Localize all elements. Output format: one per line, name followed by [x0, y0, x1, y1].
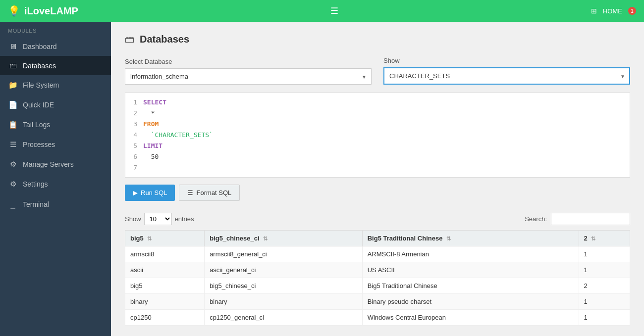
table-header-row: big5 ⇅ big5_chinese_ci ⇅ Big5 Traditiona…: [125, 231, 630, 246]
brand-text: iLoveLAMP: [24, 5, 78, 17]
page-title: Databases: [140, 34, 189, 45]
main-content: 🗃 Databases Select Database information_…: [111, 22, 644, 336]
app-header: 💡 iLoveLAMP ☰ ⊞ HOME 1: [0, 0, 644, 22]
search-label: Search:: [525, 215, 547, 223]
table-cell: 2: [579, 278, 630, 294]
sidebar-label-manageservers: Manage Servers: [23, 160, 74, 168]
sidebar-item-manageservers[interactable]: ⚙ Manage Servers: [0, 154, 111, 174]
search-input[interactable]: [551, 213, 630, 225]
sidebar-item-databases[interactable]: 🗃 Databases: [0, 56, 111, 75]
sidebar: Modules 🖥 Dashboard 🗃 Databases 📁 File S…: [0, 22, 111, 336]
select-database-label: Select Database: [125, 58, 372, 65]
table-cell: ascii_general_ci: [205, 262, 363, 278]
menu-icon[interactable]: ☰: [330, 5, 338, 16]
table-cell: big5: [125, 278, 205, 294]
run-sql-icon: ▶: [133, 189, 138, 196]
col-header-1[interactable]: big5 ⇅: [125, 231, 205, 246]
table-cell: Binary pseudo charset: [362, 294, 579, 310]
sql-line-2: 2 *: [125, 108, 630, 119]
modules-label: Modules: [0, 22, 111, 37]
sidebar-item-settings[interactable]: ⚙ Settings: [0, 174, 111, 194]
sidebar-item-terminal[interactable]: _ Terminal: [0, 194, 111, 214]
col-header-2[interactable]: big5_chinese_ci ⇅: [205, 231, 363, 246]
table-cell: big5_chinese_ci: [205, 278, 363, 294]
table-row: armscii8armscii8_general_ciARMSCII-8 Arm…: [125, 246, 630, 262]
sort-icon-4: ⇅: [591, 236, 595, 241]
sidebar-label-filesystem: File System: [23, 81, 59, 89]
table-cell: 1: [579, 310, 630, 326]
table-cell: cp1250: [125, 310, 205, 326]
sql-line-1: 1 SELECT: [125, 97, 630, 108]
sidebar-item-filesystem[interactable]: 📁 File System: [0, 75, 111, 95]
search-area: Search:: [525, 213, 630, 225]
table-cell: 1: [579, 294, 630, 310]
table-cell: ascii: [125, 262, 205, 278]
sidebar-label-settings: Settings: [23, 180, 48, 188]
table-cell: US ASCII: [362, 262, 579, 278]
sql-line-7: 7: [125, 162, 630, 173]
show-group: Show CHARACTER_SETS COLLATIONS TABLES CO…: [383, 57, 630, 85]
select-database-dropdown[interactable]: information_schema mysql performance_sch…: [125, 68, 372, 85]
table-cell: 1: [579, 246, 630, 262]
sidebar-item-taillogs[interactable]: 📋 Tail Logs: [0, 115, 111, 135]
table-cell: 1: [579, 262, 630, 278]
table-row: big5big5_chinese_ciBig5 Traditional Chin…: [125, 278, 630, 294]
col-header-3[interactable]: Big5 Traditional Chinese ⇅: [362, 231, 579, 246]
sort-icon-3: ⇅: [446, 236, 451, 241]
table-cell: Big5 Traditional Chinese: [362, 278, 579, 294]
sql-line-3: 3 FROM: [125, 119, 630, 130]
brand-logo: 💡 iLoveLAMP: [8, 5, 78, 17]
sort-icon-2: ⇅: [263, 236, 268, 241]
sidebar-label-taillogs: Tail Logs: [23, 121, 50, 129]
sort-icon-1: ⇅: [147, 236, 152, 241]
sql-line-6: 6 50: [125, 151, 630, 162]
home-label[interactable]: HOME: [603, 7, 622, 15]
table-cell: ARMSCII-8 Armenian: [362, 246, 579, 262]
entries-select[interactable]: 10 25 50 100: [144, 213, 172, 225]
sidebar-item-processes[interactable]: ☰ Processes: [0, 135, 111, 154]
sidebar-label-processes: Processes: [23, 141, 55, 148]
databases-icon: 🗃: [8, 61, 18, 70]
taillogs-icon: 📋: [8, 120, 18, 129]
manageservers-icon: ⚙: [8, 160, 18, 169]
sql-line-4: 4 `CHARACTER_SETS`: [125, 130, 630, 141]
table-row: asciiascii_general_ciUS ASCII1: [125, 262, 630, 278]
dashboard-icon: 🖥: [8, 42, 18, 50]
sidebar-item-quickide[interactable]: 📄 Quick IDE: [0, 95, 111, 115]
select-row: Select Database information_schema mysql…: [125, 57, 630, 85]
data-table: big5 ⇅ big5_chinese_ci ⇅ Big5 Traditiona…: [125, 230, 630, 326]
table-cell: Windows Central European: [362, 310, 579, 326]
sidebar-label-terminal: Terminal: [23, 200, 49, 208]
table-cell: binary: [205, 294, 363, 310]
table-controls: Show 10 25 50 100 entries Search:: [125, 213, 630, 225]
show-dropdown[interactable]: CHARACTER_SETS COLLATIONS TABLES COLUMNS: [383, 67, 630, 85]
run-sql-label: Run SQL: [141, 189, 167, 196]
table-cell: armscii8: [125, 246, 205, 262]
sidebar-label-quickide: Quick IDE: [23, 101, 54, 109]
sql-editor[interactable]: 1 SELECT 2 * 3 FROM 4 `CHARACTER_SETS` 5…: [125, 93, 630, 178]
header-nav: ⊞ HOME 1: [591, 7, 636, 15]
show-label: Show: [383, 57, 630, 64]
terminal-icon: _: [8, 199, 18, 209]
btn-row: ▶ Run SQL ☰ Format SQL: [125, 185, 630, 201]
processes-icon: ☰: [8, 140, 18, 149]
select-database-group: Select Database information_schema mysql…: [125, 58, 372, 85]
notification-badge: 1: [628, 7, 636, 15]
table-cell: armscii8_general_ci: [205, 246, 363, 262]
sidebar-item-dashboard[interactable]: 🖥 Dashboard: [0, 37, 111, 56]
quickide-icon: 📄: [8, 100, 18, 109]
table-row: cp1250cp1250_general_ciWindows Central E…: [125, 310, 630, 326]
format-sql-icon: ☰: [187, 189, 193, 196]
show-entries-label: Show: [125, 215, 141, 223]
format-sql-label: Format SQL: [196, 189, 231, 196]
table-row: binarybinaryBinary pseudo charset1: [125, 294, 630, 310]
sql-line-5: 5 LIMIT: [125, 141, 630, 151]
table-cell: cp1250_general_ci: [205, 310, 363, 326]
sidebar-label-dashboard: Dashboard: [23, 43, 57, 50]
filesystem-icon: 📁: [8, 81, 18, 90]
settings-icon: ⚙: [8, 180, 18, 189]
col-header-4[interactable]: 2 ⇅: [579, 231, 630, 246]
run-sql-button[interactable]: ▶ Run SQL: [125, 185, 175, 201]
format-sql-button[interactable]: ☰ Format SQL: [179, 185, 240, 201]
brand-icon: 💡: [8, 5, 20, 17]
